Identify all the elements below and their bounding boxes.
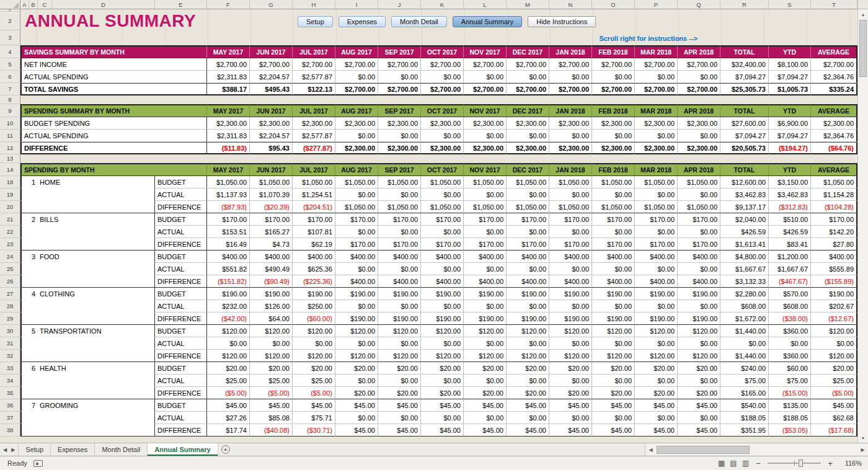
cell-L11[interactable]: $0.00: [464, 130, 507, 142]
cell-O14[interactable]: FEB 2018: [592, 163, 635, 176]
cell-O21[interactable]: $170.00: [592, 213, 635, 226]
cell-E28[interactable]: ACTUAL: [155, 300, 207, 313]
cell-I31[interactable]: $0.00: [335, 337, 378, 350]
vertical-scroll-thumb[interactable]: [859, 20, 867, 77]
cell-Q36[interactable]: $45.00: [678, 399, 720, 412]
cell-A29[interactable]: [20, 313, 155, 325]
cell-T31[interactable]: $0.00: [811, 337, 857, 350]
scroll-down-icon[interactable]: ▼: [858, 433, 868, 443]
cell-I23[interactable]: $170.00: [335, 238, 378, 251]
row-header-25[interactable]: 25: [0, 263, 20, 275]
cell-R25[interactable]: $1,667.67: [720, 263, 769, 275]
row-header-2[interactable]: 2: [0, 12, 20, 30]
cell-G37[interactable]: $85.08: [250, 412, 293, 424]
cell-S35[interactable]: ($15.00): [769, 387, 811, 399]
cell-A12[interactable]: DIFFERENCE: [20, 142, 207, 154]
cell-F34[interactable]: $25.00: [207, 375, 250, 387]
cell-Q32[interactable]: $120.00: [678, 350, 720, 362]
cell-T27[interactable]: $190.00: [811, 288, 857, 300]
cell-T14[interactable]: AVERAGE: [811, 163, 857, 176]
cell-P25[interactable]: $0.00: [635, 263, 678, 275]
cell-G12[interactable]: $95.43: [250, 142, 293, 154]
cell-F36[interactable]: $45.00: [207, 399, 250, 412]
cell-F27[interactable]: $190.00: [207, 288, 250, 300]
cell-F29[interactable]: ($42.00): [207, 313, 250, 325]
cell-R19[interactable]: $3,462.83: [720, 188, 769, 201]
cell-S36[interactable]: $135.00: [769, 399, 811, 412]
cell-A6[interactable]: ACTUAL SPENDING: [20, 71, 207, 83]
cell-I38[interactable]: $45.00: [335, 424, 378, 437]
cell-K28[interactable]: $0.00: [421, 300, 464, 313]
cell-K33[interactable]: $20.00: [421, 362, 464, 375]
cell-E34[interactable]: ACTUAL: [155, 375, 207, 387]
cell-M27[interactable]: $190.00: [507, 288, 549, 300]
cell-K26[interactable]: $400.00: [421, 275, 464, 288]
cell-M32[interactable]: $120.00: [507, 350, 549, 362]
cell-O22[interactable]: $0.00: [592, 226, 635, 238]
cell-I6[interactable]: $0.00: [335, 71, 378, 83]
cell-G29[interactable]: $64.00: [250, 313, 293, 325]
cell-S26[interactable]: ($467.67): [769, 275, 811, 288]
scroll-left-icon[interactable]: ◀: [645, 447, 656, 453]
cell-G6[interactable]: $2,204.57: [250, 71, 293, 83]
cell-O33[interactable]: $20.00: [592, 362, 635, 375]
cell-P36[interactable]: $45.00: [635, 399, 678, 412]
cell-J20[interactable]: $1,050.00: [378, 201, 421, 213]
cell-H19[interactable]: $1,254.51: [293, 188, 335, 201]
column-header-O[interactable]: O: [592, 0, 635, 9]
cell-K25[interactable]: $0.00: [421, 263, 464, 275]
cell-O23[interactable]: $170.00: [592, 238, 635, 251]
cell-K27[interactable]: $190.00: [421, 288, 464, 300]
cell-E21[interactable]: BUDGET: [155, 213, 207, 226]
horizontal-scroll-thumb[interactable]: [657, 446, 750, 454]
cell-G9[interactable]: JUN 2017: [250, 104, 293, 117]
cell-O34[interactable]: $0.00: [592, 375, 635, 387]
cell-F21[interactable]: $170.00: [207, 213, 250, 226]
cell-H4[interactable]: JUL 2017: [293, 45, 335, 58]
cell-N27[interactable]: $190.00: [549, 288, 592, 300]
cell-Q19[interactable]: $0.00: [678, 188, 720, 201]
cell-L5[interactable]: $2,700.00: [464, 58, 507, 71]
row-header-3[interactable]: 3: [0, 30, 20, 45]
cell-P21[interactable]: $170.00: [635, 213, 678, 226]
row-header-29[interactable]: 29: [0, 313, 20, 325]
cell-M6[interactable]: $0.00: [507, 71, 549, 83]
cell-Q14[interactable]: APR 2018: [678, 163, 720, 176]
cell-J7[interactable]: $2,700.00: [378, 83, 421, 95]
cell-A38[interactable]: [20, 424, 155, 437]
cell-J25[interactable]: $0.00: [378, 263, 421, 275]
cell-J12[interactable]: $2,300.00: [378, 142, 421, 154]
cell-L38[interactable]: $45.00: [464, 424, 507, 437]
cell-S7[interactable]: $1,005.73: [769, 83, 811, 95]
cell-F35[interactable]: ($5.00): [207, 387, 250, 399]
cell-L21[interactable]: $170.00: [464, 213, 507, 226]
cell-A33[interactable]: 6HEALTH: [20, 362, 155, 375]
column-header-N[interactable]: N: [549, 0, 592, 9]
cell-H24[interactable]: $400.00: [293, 251, 335, 263]
cell-O35[interactable]: $20.00: [592, 387, 635, 399]
cell-F6[interactable]: $2,311.83: [207, 71, 250, 83]
cell-I25[interactable]: $0.00: [335, 263, 378, 275]
cell-P6[interactable]: $0.00: [635, 71, 678, 83]
cell-L29[interactable]: $190.00: [464, 313, 507, 325]
row-header-38[interactable]: 38: [0, 424, 20, 437]
cell-O9[interactable]: FEB 2018: [592, 104, 635, 117]
column-header-K[interactable]: K: [421, 0, 464, 9]
cell-G11[interactable]: $2,204.57: [250, 130, 293, 142]
cell-L14[interactable]: NOV 2017: [464, 163, 507, 176]
row-header-36[interactable]: 36: [0, 399, 20, 412]
cell-Q6[interactable]: $0.00: [678, 71, 720, 83]
cell-M23[interactable]: $170.00: [507, 238, 549, 251]
cell-K7[interactable]: $2,700.00: [421, 83, 464, 95]
cell-N12[interactable]: $2,300.00: [549, 142, 592, 154]
cell-I9[interactable]: AUG 2017: [335, 104, 378, 117]
cell-L31[interactable]: $0.00: [464, 337, 507, 350]
cell-N34[interactable]: $0.00: [549, 375, 592, 387]
cell-P30[interactable]: $120.00: [635, 325, 678, 337]
cell-T10[interactable]: $2,300.00: [811, 117, 857, 130]
cell-A4[interactable]: SAVINGS SUMMARY BY MONTH: [20, 45, 207, 58]
cell-G27[interactable]: $190.00: [250, 288, 293, 300]
cell-Q5[interactable]: $2,700.00: [678, 58, 720, 71]
cell-T25[interactable]: $555.89: [811, 263, 857, 275]
row-header-19[interactable]: 19: [0, 188, 20, 201]
